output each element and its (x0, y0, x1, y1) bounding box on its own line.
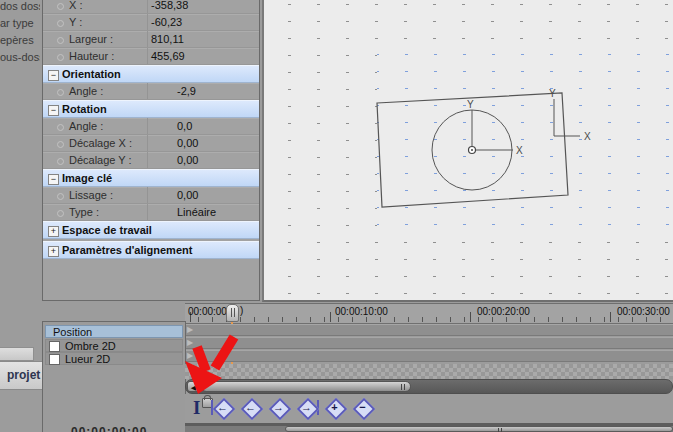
next-keyframe-button[interactable]: → (269, 396, 288, 420)
track-item-ombre-2d[interactable]: Ombre 2D (45, 339, 183, 352)
prev-keyframe-button[interactable]: ← (241, 396, 260, 420)
property-value[interactable]: 810,11 (151, 31, 184, 47)
drawing-canvas[interactable]: Y X Y X (262, 0, 673, 302)
property-row-y[interactable]: Y :-60,23 (43, 14, 259, 31)
project-panel-tab[interactable]: projet (0, 361, 46, 390)
property-label: Angle : (69, 118, 103, 134)
selected-object[interactable]: Y X (377, 93, 568, 207)
property-label: Décalage X : (69, 135, 132, 151)
track-item-position[interactable]: Position (45, 325, 183, 338)
property-row-decalage-x[interactable]: Décalage X :0,00 (43, 135, 259, 152)
playhead-handle[interactable] (226, 304, 239, 322)
track-checkbox[interactable] (49, 354, 60, 365)
section-header-parametres-alignement[interactable]: +Paramètres d'alignement (43, 241, 259, 259)
track-item-lueur-2d[interactable]: Lueur 2D (45, 352, 183, 365)
property-label: X : (69, 0, 82, 13)
app-window: { "left_dock": { "items": ["dos doss", "… (0, 0, 673, 432)
track-expand-icon[interactable]: ▶ (187, 325, 193, 335)
keyframe-toolbar: I ← ← → → + − (185, 394, 673, 423)
property-label: Angle : (69, 83, 103, 99)
bottom-scrollbar[interactable] (185, 426, 673, 432)
collapse-icon[interactable]: − (48, 105, 59, 116)
property-value[interactable]: 0,00 (177, 135, 198, 151)
property-bullet-icon (57, 158, 64, 165)
property-bullet-icon (57, 20, 64, 27)
transparency-checker-strip (185, 364, 673, 379)
section-header-image-cle[interactable]: −Image clé (43, 169, 259, 187)
object-axis-y-label: Y (467, 99, 474, 110)
property-bullet-icon (57, 141, 64, 148)
object-axis-x-label: X (516, 145, 523, 156)
section-header-orientation[interactable]: −Orientation (43, 65, 259, 83)
property-row-angle[interactable]: Angle :-2,9 (43, 83, 259, 100)
property-label: Décalage Y : (69, 152, 132, 168)
thumb-grip-icon (401, 384, 402, 390)
timeline-ruler[interactable]: 00:00:00 00:00:10:00 00:00:20:00 00:00:3… (185, 303, 673, 324)
property-value[interactable]: 0,00 (177, 152, 198, 168)
collapse-icon[interactable]: − (48, 70, 59, 81)
property-value[interactable]: -2,9 (177, 83, 196, 99)
properties-panel: X :-358,38 Y :-60,23 Largeur :810,11 Hau… (42, 0, 260, 301)
timeline-track-ombre-2d[interactable]: ▶ (185, 337, 673, 349)
left-dock-truncated-list: dos doss ar type epères ous-doss (0, 0, 40, 66)
property-bullet-icon (57, 124, 64, 131)
thumb-grip-icon (498, 428, 499, 432)
timeline-scrollbar[interactable]: ◀ (185, 379, 673, 394)
property-value[interactable]: -358,38 (151, 0, 188, 13)
scrollbar-thumb[interactable] (201, 381, 411, 392)
property-value[interactable]: 0,00 (177, 187, 198, 203)
dock-item[interactable]: dos doss (0, 0, 40, 15)
last-keyframe-button[interactable]: → (297, 396, 316, 420)
track-expand-icon[interactable]: ▶ (187, 338, 193, 348)
property-bullet-icon (57, 193, 64, 200)
ruler-label: 00:00:10:00 (335, 306, 388, 317)
timeline-track-position[interactable]: ▶ (185, 324, 673, 336)
property-value[interactable]: 455,69 (151, 48, 185, 64)
add-keyframe-button[interactable]: + (325, 396, 344, 420)
dock-item[interactable]: ous-doss (0, 49, 40, 66)
canvas-shapes: Y X Y X (264, 0, 673, 300)
property-value[interactable]: 0,0 (177, 118, 192, 134)
ruler-label: 00:00:30:00 (617, 306, 670, 317)
property-row-x[interactable]: X :-358,38 (43, 0, 259, 14)
ruler-label: 00:00:20:00 (477, 306, 530, 317)
property-row-hauteur[interactable]: Hauteur :455,69 (43, 48, 259, 65)
property-bullet-icon (57, 3, 64, 10)
property-label: Type : (69, 204, 99, 220)
expand-icon[interactable]: + (48, 226, 59, 237)
section-header-rotation[interactable]: −Rotation (43, 100, 259, 118)
dock-item[interactable]: ar type (0, 15, 40, 32)
property-row-decalage-y[interactable]: Décalage Y :0,00 (43, 152, 259, 169)
timeline-track-lueur-2d[interactable]: ▶ (185, 350, 673, 362)
property-row-type[interactable]: Type :Linéaire (43, 204, 259, 221)
dock-item[interactable]: epères (0, 32, 40, 49)
ruler-major-ticks (185, 312, 673, 322)
property-value[interactable]: Linéaire (177, 204, 216, 220)
ruler-label-remnant: ) (240, 305, 243, 316)
origin-axis-y-label: Y (549, 88, 556, 99)
property-bullet-icon (57, 37, 64, 44)
collapse-icon[interactable]: − (48, 174, 59, 185)
remove-keyframe-button[interactable]: − (353, 396, 372, 420)
property-bullet-icon (57, 210, 64, 217)
first-keyframe-button[interactable]: ← (213, 396, 232, 420)
clipped-timecode: 00:00:00:00 (71, 425, 151, 432)
scrollbar-left-arrow-button[interactable]: ◀ (187, 381, 200, 392)
bottom-scrollbar-thumb[interactable] (285, 426, 673, 432)
track-expand-icon[interactable]: ▶ (187, 351, 193, 361)
property-bullet-icon (57, 89, 64, 96)
section-header-espace-de-travail[interactable]: +Espace de travail (43, 221, 259, 239)
dock-mini-strip (0, 347, 34, 361)
origin-axis-x-label: X (584, 131, 591, 142)
property-value[interactable]: -60,23 (151, 14, 182, 30)
track-list-panel: Position Ombre 2D Lueur 2D 00:00:00:00 (42, 321, 186, 432)
property-row-angle-rotation[interactable]: Angle :0,0 (43, 118, 259, 135)
ruler-label: 00:00:00 (188, 306, 227, 317)
property-bullet-icon (57, 54, 64, 61)
property-row-lissage[interactable]: Lissage :0,00 (43, 187, 259, 204)
property-label: Hauteur : (69, 48, 114, 64)
expand-icon[interactable]: + (48, 246, 59, 257)
property-row-largeur[interactable]: Largeur :810,11 (43, 31, 259, 48)
track-checkbox[interactable] (49, 341, 60, 352)
property-label: Y : (69, 14, 82, 30)
